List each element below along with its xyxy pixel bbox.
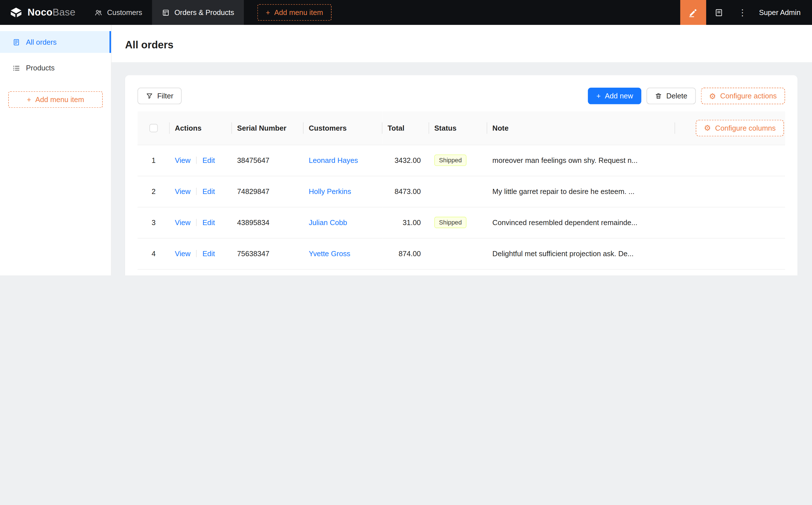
brand[interactable]: NocoBase — [0, 0, 85, 25]
navbar-menu: Customers Orders & Products — [85, 0, 244, 25]
spacer-cell — [675, 238, 785, 269]
main-area: All orders Filter — [112, 25, 812, 276]
row-index-cell[interactable]: 1 — [137, 145, 170, 176]
customer-link[interactable]: Yvette Gross — [309, 249, 350, 258]
delete-button-label: Delete — [666, 92, 687, 100]
column-header-actions: Actions — [170, 112, 232, 145]
brand-bold: Noco — [27, 7, 52, 18]
customer-cell: Julian Cobb — [303, 207, 383, 238]
status-cell — [429, 176, 487, 207]
edit-link[interactable]: Edit — [202, 187, 215, 195]
sidebar: All orders Products + Add menu item — [0, 25, 112, 276]
nav-item-orders-products[interactable]: Orders & Products — [152, 0, 244, 25]
action-divider — [196, 188, 196, 195]
configure-columns-label: Configure columns — [715, 124, 776, 132]
spacer-cell — [675, 176, 785, 207]
serial-number-cell: 43895834 — [232, 207, 303, 238]
action-divider — [196, 250, 196, 257]
customer-link[interactable]: Julian Cobb — [309, 218, 347, 226]
column-header-total: Total — [383, 112, 429, 145]
navbar-add-menu-item-button[interactable]: + Add menu item — [257, 4, 331, 21]
status-badge: Shipped — [434, 217, 466, 228]
total-cell: 8473.00 — [383, 176, 429, 207]
nav-item-customers[interactable]: Customers — [85, 0, 152, 25]
content-area: Filter + Add new — [112, 62, 812, 276]
view-link[interactable]: View — [175, 187, 190, 195]
form-icon — [12, 38, 20, 46]
brand-text: NocoBase — [27, 7, 75, 18]
users-icon — [95, 8, 103, 16]
spacer-cell — [675, 207, 785, 238]
customer-link[interactable]: Holly Perkins — [309, 187, 351, 195]
action-divider — [196, 219, 196, 226]
serial-number-cell: 74829847 — [232, 176, 303, 207]
table-row: 3 View Edit 43895834 Julian Cobb 31.00 S… — [137, 207, 785, 238]
note-cell: Cold in late or deal. Terminated resolut… — [487, 269, 675, 276]
serial-number-cell: 38475647 — [232, 145, 303, 176]
total-cell: 874.00 — [383, 238, 429, 269]
sidebar-add-menu-item-button[interactable]: + Add menu item — [8, 91, 103, 108]
more-menu-button[interactable]: ⋮ — [732, 0, 753, 25]
row-index-cell[interactable]: 4 — [137, 238, 170, 269]
configure-actions-button[interactable]: ⚙ Configure actions — [701, 88, 785, 104]
column-header-status: Status — [429, 112, 487, 145]
orders-table-head: Actions Serial Number Customers Total St… — [137, 112, 785, 145]
add-new-button-label: Add new — [605, 92, 633, 100]
customer-link[interactable]: Leonard Hayes — [309, 156, 358, 164]
note-cell: My little garret repair to desire he est… — [487, 176, 675, 207]
table-row: 4 View Edit 75638347 Yvette Gross 874.00… — [137, 238, 785, 269]
table-icon — [162, 8, 170, 16]
note-cell: Delightful met sufficient projection ask… — [487, 238, 675, 269]
customer-cell: Leonard Hayes — [303, 145, 383, 176]
serial-number-cell: 76381273 — [232, 269, 303, 276]
row-actions-cell: View Edit — [170, 238, 232, 269]
row-index-cell[interactable]: 5 — [137, 269, 170, 276]
configure-actions-label: Configure actions — [720, 92, 777, 100]
ui-editor-button[interactable] — [680, 0, 706, 25]
page-title: All orders — [125, 39, 798, 51]
sidebar-item-label: Products — [26, 64, 54, 72]
navbar-right: ⋮ Super Admin — [680, 0, 812, 25]
view-link[interactable]: View — [175, 218, 190, 226]
nav-item-label: Orders & Products — [174, 8, 234, 16]
spacer-cell — [675, 145, 785, 176]
gear-icon: ⚙ — [704, 124, 711, 132]
column-header-serial-number: Serial Number — [232, 112, 303, 145]
filter-button[interactable]: Filter — [137, 88, 182, 104]
serial-number-cell: 75638347 — [232, 238, 303, 269]
user-menu[interactable]: Super Admin — [753, 0, 812, 25]
brand-light: Base — [52, 7, 76, 18]
book-icon — [715, 8, 723, 17]
table-toolbar: Filter + Add new — [137, 88, 785, 104]
edit-link[interactable]: Edit — [202, 156, 215, 164]
sidebar-item-products[interactable]: Products — [0, 57, 111, 79]
view-link[interactable]: View — [175, 249, 190, 258]
delete-button[interactable]: Delete — [647, 88, 695, 104]
view-link[interactable]: View — [175, 156, 190, 164]
spacer-cell — [675, 269, 785, 276]
note-cell: moreover man feelings own shy. Request n… — [487, 145, 675, 176]
navbar-add-wrap: + Add menu item — [257, 0, 331, 25]
row-actions-cell: View Edit — [170, 269, 232, 276]
sidebar-item-all-orders[interactable]: All orders — [0, 31, 111, 53]
docs-button[interactable] — [706, 0, 732, 25]
row-index-cell[interactable]: 2 — [137, 176, 170, 207]
nocobase-logo-icon — [9, 6, 23, 19]
total-cell: 3432.00 — [383, 145, 429, 176]
edit-link[interactable]: Edit — [202, 249, 215, 258]
select-all-checkbox[interactable] — [149, 124, 158, 132]
customer-cell: Yvette Gross — [303, 238, 383, 269]
table-row: 1 View Edit 38475647 Leonard Hayes 3432.… — [137, 145, 785, 176]
row-actions-cell: View Edit — [170, 145, 232, 176]
note-cell: Convinced resembled dependent remainde..… — [487, 207, 675, 238]
table-row: 2 View Edit 74829847 Holly Perkins 8473.… — [137, 176, 785, 207]
configure-columns-button[interactable]: ⚙ Configure columns — [696, 120, 784, 136]
edit-link[interactable]: Edit — [202, 218, 215, 226]
ellipsis-icon: ⋮ — [738, 7, 747, 18]
gear-icon: ⚙ — [709, 92, 716, 100]
add-new-button[interactable]: + Add new — [588, 88, 641, 104]
column-header-customers: Customers — [303, 112, 383, 145]
user-name: Super Admin — [759, 8, 801, 16]
filter-button-label: Filter — [157, 92, 173, 100]
row-index-cell[interactable]: 3 — [137, 207, 170, 238]
